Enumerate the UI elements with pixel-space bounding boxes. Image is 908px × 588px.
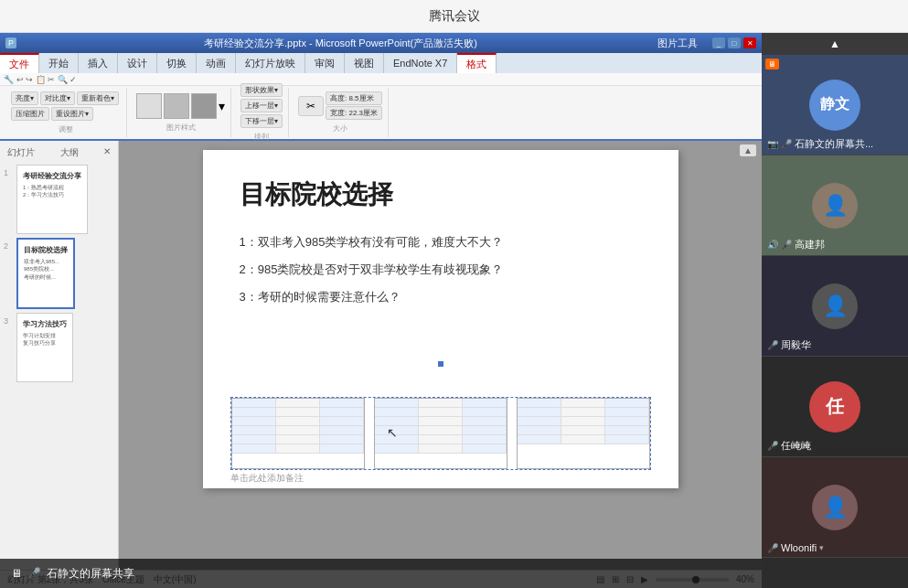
mini-table-1 — [231, 398, 365, 469]
contrast-btn[interactable]: 对比度▾ — [40, 91, 75, 105]
close-panel[interactable]: ✕ — [103, 146, 111, 159]
style-more-btn[interactable]: ▾ — [219, 93, 225, 119]
table-row — [375, 408, 507, 417]
table-cell — [375, 444, 419, 453]
slide-thumb-content-3: 学习方法技巧 学习计划安排 复习技巧分享 — [19, 315, 70, 380]
height-input[interactable]: 高度: 8.5厘米 — [326, 91, 382, 105]
window-controls: _ □ ✕ — [712, 37, 756, 48]
selection-handle-top[interactable] — [437, 360, 444, 368]
table-cell — [419, 417, 463, 425]
table-row — [518, 426, 649, 435]
style-preview-2[interactable] — [164, 93, 189, 119]
tab-slideshow[interactable]: 幻灯片放映 — [236, 53, 305, 73]
ribbon-group-arrange: 形状效果▾ 上移一层▾ 下移一层▾ 排列 — [235, 88, 289, 137]
table-cell — [375, 399, 419, 407]
minimize-button[interactable]: _ — [712, 37, 725, 48]
table-row — [232, 426, 364, 435]
crop-btn[interactable]: ✂ — [298, 96, 324, 116]
table-cell — [320, 435, 364, 444]
mic-icon-4: 🎤 — [767, 441, 778, 451]
table-cell — [463, 399, 507, 407]
ppt-area: P 考研经验交流分享.pptx - Microsoft PowerPoint(产… — [0, 33, 762, 588]
send-back-btn[interactable]: 下移一层▾ — [240, 114, 283, 128]
style-preview-3[interactable] — [191, 93, 217, 119]
mic-icon-2b: 🎤 — [781, 240, 792, 250]
ppt-filename: 考研经验交流分享.pptx - Microsoft PowerPoint(产品激… — [27, 37, 654, 50]
table-cell — [605, 426, 649, 434]
tab-review[interactable]: 审阅 — [305, 53, 345, 73]
style-preview-1[interactable] — [136, 93, 162, 119]
table-cell — [232, 435, 276, 444]
table-cell — [375, 417, 419, 425]
table-cell — [518, 399, 561, 407]
slide-num-3: 3 — [4, 316, 16, 326]
panel-scroll-up[interactable]: ▲ — [762, 33, 908, 55]
mic-icon-1: 🎤 — [781, 139, 792, 149]
table-row — [232, 417, 364, 426]
participant-item-gaojianban: 👤 🔊 🎤 高建邦 — [762, 155, 908, 256]
ribbon-tabs: 文件 开始 插入 设计 切换 动画 幻灯片放映 审阅 视图 EndNote X7… — [0, 53, 762, 73]
recolor-btn[interactable]: 重新着色▾ — [77, 91, 119, 105]
table-row — [232, 435, 364, 444]
tab-animations[interactable]: 动画 — [197, 53, 236, 73]
tab-view[interactable]: 视图 — [345, 53, 384, 73]
participant-item-renyanya: 任 🎤 任崦崦 — [762, 357, 908, 457]
tab-transitions[interactable]: 切换 — [157, 53, 197, 73]
size-inputs: 高度: 8.5厘米 宽度: 22.3厘米 — [326, 91, 382, 120]
table-cell — [276, 426, 320, 434]
slide-item-1: 1：双非考入985类学校有没有可能，难度大不大？ — [240, 230, 642, 254]
slide-thumb-1[interactable]: 考研经验交流分享 1：熟悉考研流程 2：学习方法技巧 — [16, 165, 88, 234]
tab-format[interactable]: 格式 — [457, 53, 497, 73]
tab-file[interactable]: 文件 — [0, 53, 39, 73]
table-cell — [419, 408, 463, 416]
group-label-adjust: 调整 — [59, 124, 73, 134]
thumb-container-1: 1 考研经验交流分享 1：熟悉考研流程 2：学习方法技巧 — [4, 165, 114, 234]
tab-design[interactable]: 设计 — [118, 53, 157, 73]
slides-label: 幻灯片 — [7, 146, 35, 159]
table-cell — [419, 435, 463, 444]
tab-endnote[interactable]: EndNote X7 — [384, 53, 457, 73]
participant-avatar-4: 任 — [809, 381, 860, 433]
slide-thumb-2[interactable]: 目标院校选择 双非考入985... 985类院校... 考研的时候... — [16, 238, 75, 309]
slide-table-area[interactable]: ↖ — [230, 397, 651, 470]
dropdown-icon-5[interactable]: ▾ — [819, 543, 824, 552]
person-silhouette-5: 👤 — [812, 485, 858, 530]
person-silhouette-2: 👤 — [812, 183, 858, 229]
table-cell — [276, 435, 320, 444]
bring-forward-btn[interactable]: 上移一层▾ — [240, 99, 283, 112]
ribbon-content: 亮度▾ 对比度▾ 重新着色▾ 压缩图片 重设图片▾ 调整 ▾ 图片样式 — [0, 86, 762, 141]
table-cell — [561, 435, 605, 444]
table-cell — [561, 408, 605, 416]
arrange-btn[interactable]: 形状效果▾ — [240, 83, 283, 97]
table-row — [518, 399, 649, 408]
table-row — [375, 444, 507, 454]
table-cell — [232, 399, 276, 407]
table-cell — [463, 417, 507, 425]
comment-placeholder[interactable]: 单击此处添加备注 — [230, 472, 304, 485]
app-title: 腾讯会议 — [429, 8, 480, 25]
compress-btn[interactable]: 压缩图片 — [11, 107, 49, 121]
restore-button[interactable]: □ — [728, 37, 741, 48]
table-cell — [232, 408, 276, 416]
slide-thumb-3[interactable]: 学习方法技巧 学习计划安排 复习技巧分享 — [16, 313, 73, 382]
thumb3-title: 学习方法技巧 — [23, 319, 67, 329]
table-cell — [320, 417, 364, 425]
table-cell — [518, 435, 561, 444]
tab-insert[interactable]: 插入 — [79, 53, 118, 73]
table-cell — [320, 408, 364, 416]
table-row — [375, 417, 507, 426]
width-input[interactable]: 宽度: 22.3厘米 — [326, 106, 382, 120]
close-button[interactable]: ✕ — [743, 37, 756, 48]
slide-canvas[interactable]: 目标院校选择 1：双非考入985类学校有没有可能，难度大不大？ 2：985类院校… — [203, 150, 678, 488]
camera-icon-1: 📷 — [767, 139, 778, 149]
table-cell — [419, 426, 463, 434]
adjust-btn[interactable]: 亮度▾ — [11, 91, 38, 105]
thumb3-content: 学习计划安排 复习技巧分享 — [23, 332, 67, 347]
ribbon-group-adjust: 亮度▾ 对比度▾ 重新着色▾ 压缩图片 重设图片▾ 调整 — [5, 88, 127, 137]
table-cell — [276, 417, 320, 425]
participant-name-5: 🎤 Wloonifi ▾ — [767, 542, 824, 553]
table-cell — [605, 399, 649, 407]
slide-panel: 幻灯片 大纲 ✕ 1 考研经验交流分享 1：熟悉考研流程 2：学习方法技巧 — [0, 141, 119, 570]
reset-btn[interactable]: 重设图片▾ — [51, 107, 93, 121]
tab-home[interactable]: 开始 — [39, 53, 79, 73]
